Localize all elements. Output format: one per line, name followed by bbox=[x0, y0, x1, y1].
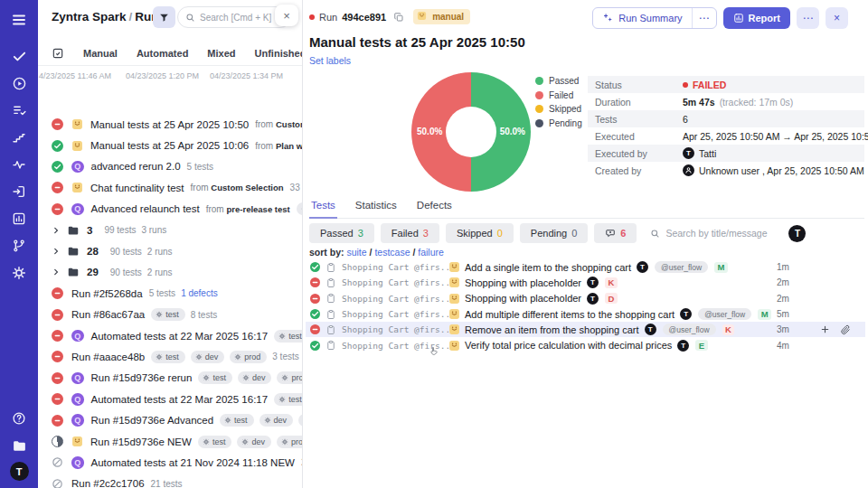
sidebar-play-circle-icon[interactable] bbox=[8, 72, 30, 94]
test-suite: Shopping Cart @firs... bbox=[342, 277, 448, 287]
tab-manual[interactable]: Manual bbox=[83, 48, 118, 59]
test-row[interactable]: Shopping Cart @firs...Shopping with plac… bbox=[306, 275, 865, 290]
run-group-row[interactable]: 399 tests3 runs bbox=[38, 220, 302, 240]
sidebar-report-chart-icon[interactable] bbox=[8, 208, 30, 230]
sidebar-check-icon[interactable] bbox=[8, 45, 30, 67]
set-labels-link[interactable]: Set labels bbox=[309, 55, 351, 66]
paperclip-icon[interactable] bbox=[840, 324, 851, 335]
test-row[interactable]: Shopping Cart @firs...Add multiple diffe… bbox=[306, 306, 865, 322]
assignee-avatar: T bbox=[645, 324, 656, 335]
test-row[interactable]: Shopping Cart @firs...Verify total price… bbox=[306, 337, 865, 352]
test-row[interactable]: Shopping Cart @firs...Add a single item … bbox=[306, 259, 865, 275]
filter-pill-failed[interactable]: Failed3 bbox=[381, 223, 439, 243]
run-row[interactable]: Run #86ac67aatest8 tests bbox=[38, 305, 302, 325]
filter-pill-passed[interactable]: Passed3 bbox=[309, 223, 374, 243]
run-row[interactable]: QAutomated tests at 22 Mar 2025 16:17tes… bbox=[38, 325, 302, 346]
close-detail-button[interactable]: × bbox=[826, 7, 848, 29]
run-row[interactable]: QAutomated tests at 22 Mar 2025 16:17tes… bbox=[38, 389, 302, 409]
assignee-avatar[interactable]: T bbox=[788, 225, 806, 242]
sort-link-testcase[interactable]: testcase bbox=[374, 247, 410, 258]
summary-label: Duration bbox=[588, 97, 683, 108]
sidebar-list-check-icon[interactable] bbox=[8, 99, 30, 121]
run-row[interactable]: Run #2c2c170621 tests bbox=[38, 474, 302, 488]
tab-tests[interactable]: Tests bbox=[309, 198, 337, 219]
tab-statistics[interactable]: Statistics bbox=[354, 198, 399, 218]
sidebar-gear-icon[interactable] bbox=[8, 262, 30, 284]
filter-pill-pending[interactable]: Pending0 bbox=[520, 223, 589, 243]
run-row[interactable]: Run #2f5268da5 tests1 defects bbox=[38, 283, 302, 304]
run-row[interactable]: Qadvanced rerun 2.05 tests bbox=[38, 156, 302, 177]
run-row[interactable]: Manual tests at 25 Apr 2025 10:50from Cu… bbox=[38, 114, 302, 135]
chevron-right-icon[interactable] bbox=[52, 247, 61, 256]
panel-close-button[interactable]: × bbox=[275, 5, 298, 26]
sidebar-steps-icon[interactable] bbox=[8, 127, 30, 148]
sidebar-icon-group bbox=[8, 9, 30, 289]
comments-filter-pill[interactable]: 6 bbox=[594, 223, 637, 243]
chevron-right-icon[interactable] bbox=[52, 226, 61, 235]
select-runs-icon[interactable] bbox=[52, 47, 64, 60]
tests-search[interactable] bbox=[650, 228, 778, 239]
run-group-title: 28 bbox=[87, 246, 99, 257]
status-failed-icon bbox=[52, 415, 63, 427]
sidebar-menu-icon[interactable] bbox=[8, 9, 30, 31]
milestone-chip: K bbox=[605, 277, 618, 288]
sidebar-activity-icon[interactable] bbox=[8, 154, 30, 175]
user-avatar[interactable]: T bbox=[10, 462, 29, 481]
sort-link-failure[interactable]: failure bbox=[418, 247, 444, 258]
failed-dot-icon bbox=[309, 14, 315, 20]
test-row[interactable]: Shopping Cart @firs...Remove an item fro… bbox=[306, 322, 865, 337]
filter-pill-skipped[interactable]: Skipped0 bbox=[446, 223, 514, 243]
run-row[interactable]: Manual tests at 25 Apr 2025 10:06from Pl… bbox=[38, 135, 302, 155]
tab-unfinished[interactable]: Unfinished bbox=[255, 48, 303, 59]
run-row[interactable]: Chat functinality testfrom Custom Select… bbox=[38, 177, 302, 198]
sparkle-icon bbox=[602, 13, 614, 24]
emoji-icon bbox=[417, 11, 429, 23]
run-row[interactable]: QAdvanced relaunch testfrom pre-release … bbox=[38, 199, 302, 220]
runs-search-input[interactable] bbox=[200, 13, 283, 23]
plus-icon[interactable] bbox=[820, 324, 830, 334]
emoji-icon bbox=[448, 261, 460, 273]
run-group-row[interactable]: 2990 tests2 runs bbox=[38, 262, 302, 283]
run-row[interactable]: QRun #15d9736e reruntestdevprod5 tests bbox=[38, 368, 302, 389]
filter-button[interactable] bbox=[153, 6, 175, 28]
run-row[interactable]: Run #aaace48btestdevprod3 tests bbox=[38, 346, 302, 367]
tests-search-input[interactable] bbox=[665, 228, 778, 239]
run-summary-more-button[interactable]: ⋯ bbox=[693, 8, 716, 28]
sidebar-help-icon[interactable] bbox=[8, 408, 30, 429]
chevron-right-icon[interactable] bbox=[52, 267, 61, 277]
run-group-row[interactable]: 2890 tests2 runs bbox=[38, 240, 302, 261]
run-summary-button[interactable]: Run Summary bbox=[593, 8, 692, 28]
copy-icon[interactable] bbox=[393, 12, 404, 23]
breadcrumb-project[interactable]: Zyntra Spark bbox=[52, 10, 127, 23]
sort-link-suite[interactable]: suite bbox=[346, 247, 366, 258]
summary-value: 6 bbox=[683, 114, 688, 125]
run-defects-link[interactable]: 1 defects bbox=[181, 288, 218, 298]
emoji-icon bbox=[71, 140, 83, 152]
search-icon bbox=[185, 13, 195, 23]
emoji-icon bbox=[71, 436, 83, 447]
milestone-chip: K bbox=[722, 324, 735, 335]
sidebar-branch-icon[interactable] bbox=[8, 235, 30, 257]
clipboard-icon bbox=[326, 277, 336, 288]
assignee-avatar: T bbox=[587, 293, 599, 305]
tab-automated[interactable]: Automated bbox=[137, 48, 188, 59]
run-id: 494ce891 bbox=[342, 12, 386, 23]
test-suite: Shopping Cart @firs... bbox=[342, 324, 448, 334]
test-title: Add a single item to the shopping cart bbox=[465, 262, 631, 273]
tab-mixed[interactable]: Mixed bbox=[207, 48, 235, 59]
summary-row-executed: ExecutedApr 25, 2025 10:50 AM → Apr 25, … bbox=[588, 127, 864, 145]
env-badge-test: test bbox=[220, 414, 254, 427]
run-row[interactable]: QRun #15d9736e Advancedtestdevprod4 test… bbox=[38, 409, 302, 430]
run-row[interactable]: QAutomated tests at 21 Nov 2024 11:18 NE… bbox=[38, 452, 302, 473]
report-button[interactable]: Report bbox=[723, 7, 790, 29]
more-button[interactable]: ⋯ bbox=[797, 7, 819, 29]
sidebar-sign-in-icon[interactable] bbox=[8, 181, 30, 202]
summary-row-executed-by: Executed byTTatti bbox=[588, 145, 864, 162]
tab-defects[interactable]: Defects bbox=[415, 198, 454, 218]
sidebar-folder-icon[interactable] bbox=[8, 435, 30, 456]
run-row[interactable]: Run #15d9736e NEWtestdevprod5/5 tests bbox=[38, 431, 302, 452]
summary-label: Executed bbox=[588, 131, 683, 142]
sort-row: sort by: suite / testcase / failure bbox=[309, 247, 444, 258]
test-suite: Shopping Cart @firs... bbox=[342, 294, 448, 304]
test-row[interactable]: Shopping Cart @firs...Shopping with plac… bbox=[306, 291, 865, 306]
